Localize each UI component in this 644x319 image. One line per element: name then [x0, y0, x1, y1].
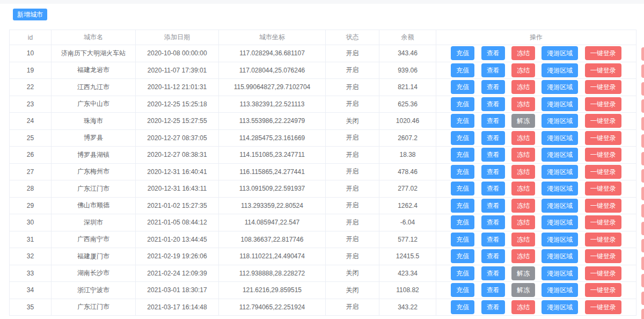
- freeze-button[interactable]: 冻结: [511, 199, 535, 213]
- cutoff-action-button[interactable]: [641, 134, 644, 148]
- one-key-login-button[interactable]: 一键登录: [585, 97, 621, 111]
- recharge-button[interactable]: 充值: [451, 97, 474, 111]
- recharge-button[interactable]: 充值: [451, 266, 474, 280]
- freeze-button[interactable]: 冻结: [511, 80, 535, 94]
- cutoff-action-button[interactable]: [641, 82, 644, 96]
- roaming-area-button[interactable]: 漫游区域: [541, 300, 578, 314]
- one-key-login-button[interactable]: 一键登录: [585, 283, 621, 297]
- roaming-area-button[interactable]: 漫游区域: [541, 249, 578, 263]
- cell-status: 关闭: [326, 113, 379, 130]
- cutoff-action-button[interactable]: [641, 292, 644, 305]
- view-button[interactable]: 查看: [481, 148, 505, 162]
- one-key-login-button[interactable]: 一键登录: [585, 199, 621, 213]
- one-key-login-button[interactable]: 一键登录: [585, 182, 621, 195]
- table-row: 22 江西九江市 2020-11-12 21:01:31 115.9906482…: [10, 79, 636, 96]
- view-button[interactable]: 查看: [481, 233, 505, 247]
- cutoff-action-button[interactable]: [641, 47, 644, 61]
- view-button[interactable]: 查看: [481, 199, 505, 213]
- roaming-area-button[interactable]: 漫游区域: [541, 199, 578, 213]
- one-key-login-button[interactable]: 一键登录: [585, 46, 621, 60]
- cutoff-action-button[interactable]: [641, 257, 644, 270]
- recharge-button[interactable]: 充值: [451, 249, 474, 263]
- view-button[interactable]: 查看: [481, 300, 505, 314]
- view-button[interactable]: 查看: [481, 131, 505, 145]
- cell-actions: 充值 查看 冻结 漫游区域 一键登录: [436, 180, 636, 198]
- freeze-button[interactable]: 冻结: [511, 249, 535, 263]
- cutoff-action-button[interactable]: [641, 274, 644, 287]
- one-key-login-button[interactable]: 一键登录: [585, 233, 621, 247]
- cutoff-action-button[interactable]: [641, 222, 644, 235]
- roaming-area-button[interactable]: 漫游区域: [541, 114, 578, 128]
- recharge-button[interactable]: 充值: [451, 114, 474, 128]
- freeze-button[interactable]: 冻结: [511, 165, 535, 179]
- one-key-login-button[interactable]: 一键登录: [585, 80, 621, 94]
- one-key-login-button[interactable]: 一键登录: [585, 131, 621, 145]
- recharge-button[interactable]: 充值: [451, 165, 474, 179]
- roaming-area-button[interactable]: 漫游区域: [541, 215, 578, 229]
- freeze-button[interactable]: 冻结: [511, 300, 535, 314]
- cutoff-action-button[interactable]: [641, 187, 644, 200]
- recharge-button[interactable]: 充值: [451, 300, 474, 314]
- recharge-button[interactable]: 充值: [451, 131, 474, 145]
- cutoff-action-button[interactable]: [641, 309, 644, 319]
- view-button[interactable]: 查看: [481, 182, 505, 195]
- cutoff-action-button[interactable]: [641, 117, 644, 130]
- cutoff-action-button[interactable]: [641, 99, 644, 113]
- freeze-button[interactable]: 冻结: [511, 148, 535, 162]
- recharge-button[interactable]: 充值: [451, 283, 474, 297]
- cutoff-action-button[interactable]: [641, 64, 644, 78]
- view-button[interactable]: 查看: [481, 249, 505, 263]
- unfreeze-button[interactable]: 解冻: [511, 266, 535, 280]
- recharge-button[interactable]: 充值: [451, 182, 474, 195]
- view-button[interactable]: 查看: [481, 114, 505, 128]
- one-key-login-button[interactable]: 一键登录: [585, 300, 621, 314]
- recharge-button[interactable]: 充值: [451, 80, 474, 94]
- roaming-area-button[interactable]: 漫游区域: [541, 80, 578, 94]
- roaming-area-button[interactable]: 漫游区域: [541, 233, 578, 247]
- freeze-button[interactable]: 冻结: [511, 233, 535, 247]
- cutoff-action-button[interactable]: [641, 204, 644, 218]
- roaming-area-button[interactable]: 漫游区域: [541, 131, 578, 145]
- one-key-login-button[interactable]: 一键登录: [585, 148, 621, 162]
- roaming-area-button[interactable]: 漫游区域: [541, 165, 578, 179]
- view-button[interactable]: 查看: [481, 97, 505, 111]
- view-button[interactable]: 查看: [481, 63, 505, 77]
- freeze-button[interactable]: 冻结: [511, 97, 535, 111]
- one-key-login-button[interactable]: 一键登录: [585, 215, 621, 229]
- recharge-button[interactable]: 充值: [451, 199, 474, 213]
- one-key-login-button[interactable]: 一键登录: [585, 249, 621, 263]
- recharge-button[interactable]: 充值: [451, 148, 474, 162]
- freeze-button[interactable]: 冻结: [511, 215, 535, 229]
- freeze-button[interactable]: 冻结: [511, 63, 535, 77]
- freeze-button[interactable]: 冻结: [511, 131, 535, 145]
- recharge-button[interactable]: 充值: [451, 46, 474, 60]
- view-button[interactable]: 查看: [481, 165, 505, 179]
- view-button[interactable]: 查看: [481, 283, 505, 297]
- freeze-button[interactable]: 冻结: [511, 182, 535, 195]
- roaming-area-button[interactable]: 漫游区域: [541, 97, 578, 111]
- view-button[interactable]: 查看: [481, 215, 505, 229]
- unfreeze-button[interactable]: 解冻: [511, 114, 535, 128]
- view-button[interactable]: 查看: [481, 80, 505, 94]
- roaming-area-button[interactable]: 漫游区域: [541, 266, 578, 280]
- roaming-area-button[interactable]: 漫游区域: [541, 63, 578, 77]
- recharge-button[interactable]: 充值: [451, 233, 474, 247]
- add-city-button[interactable]: 新增城市: [13, 9, 47, 20]
- cutoff-action-button[interactable]: [641, 152, 644, 165]
- cutoff-action-button[interactable]: [641, 239, 644, 252]
- roaming-area-button[interactable]: 漫游区域: [541, 182, 578, 195]
- one-key-login-button[interactable]: 一键登录: [585, 63, 621, 77]
- view-button[interactable]: 查看: [481, 266, 505, 280]
- one-key-login-button[interactable]: 一键登录: [585, 266, 621, 280]
- one-key-login-button[interactable]: 一键登录: [585, 114, 621, 128]
- recharge-button[interactable]: 充值: [451, 215, 474, 229]
- roaming-area-button[interactable]: 漫游区域: [541, 283, 578, 297]
- unfreeze-button[interactable]: 解冻: [511, 283, 535, 297]
- one-key-login-button[interactable]: 一键登录: [585, 165, 621, 179]
- roaming-area-button[interactable]: 漫游区域: [541, 148, 578, 162]
- roaming-area-button[interactable]: 漫游区域: [541, 46, 578, 60]
- cutoff-action-button[interactable]: [641, 169, 644, 183]
- view-button[interactable]: 查看: [481, 46, 505, 60]
- recharge-button[interactable]: 充值: [451, 63, 474, 77]
- freeze-button[interactable]: 冻结: [511, 46, 535, 60]
